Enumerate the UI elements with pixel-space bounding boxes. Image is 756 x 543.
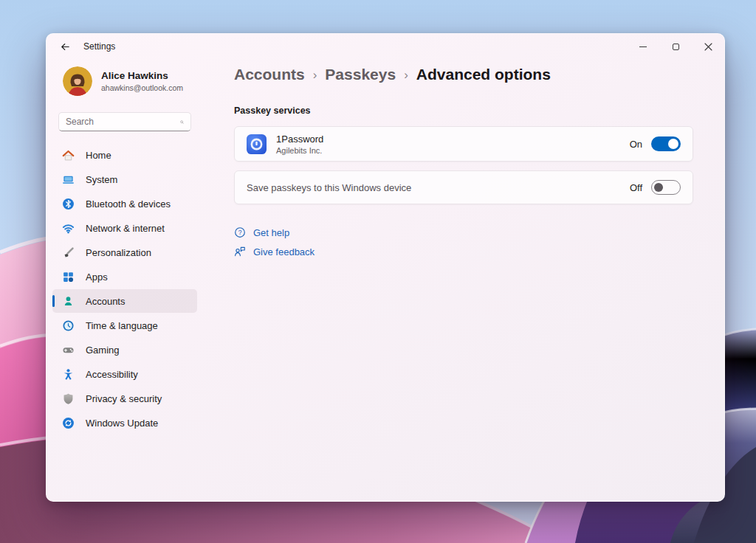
provider-toggle[interactable]	[651, 136, 681, 151]
toggle-knob	[654, 183, 663, 192]
save-passkeys-label: Save passkeys to this Windows device	[247, 182, 411, 193]
sidebar-item-time-language[interactable]: Time & language	[52, 314, 197, 337]
sidebar-item-windows-update[interactable]: Windows Update	[52, 411, 197, 435]
provider-publisher: Agilebits Inc.	[276, 146, 323, 155]
active-indicator	[52, 295, 55, 307]
sidebar-item-label: Accounts	[86, 296, 125, 307]
back-button[interactable]	[54, 38, 76, 55]
bluetooth-icon	[62, 198, 75, 210]
give-feedback-link[interactable]: Give feedback	[234, 242, 693, 261]
give-feedback-label: Give feedback	[253, 246, 315, 257]
sidebar-item-label: Windows Update	[86, 418, 158, 429]
gaming-icon	[62, 344, 75, 356]
search-input[interactable]	[66, 117, 180, 127]
feedback-icon	[234, 246, 246, 257]
help-links: ? Get help Give feedback	[234, 223, 693, 261]
section-label: Passkey services	[234, 106, 693, 116]
home-icon	[62, 149, 75, 162]
search-icon[interactable]	[180, 117, 184, 127]
breadcrumb-passkeys[interactable]: Passkeys	[325, 66, 396, 83]
passkey-provider-row: 1Password Agilebits Inc. On	[234, 126, 693, 162]
main-content: Accounts › Passkeys › Advanced options P…	[234, 34, 693, 261]
search-box	[58, 112, 191, 131]
desktop: Settings	[0, 0, 756, 543]
apps-icon	[62, 271, 75, 283]
save-passkeys-toggle[interactable]	[651, 180, 681, 195]
sidebar-item-label: Gaming	[86, 345, 120, 356]
save-passkeys-row: Save passkeys to this Windows device Off	[234, 170, 693, 204]
settings-window: Settings	[46, 33, 725, 502]
sidebar-item-gaming[interactable]: Gaming	[52, 338, 197, 362]
sidebar-item-label: Time & language	[86, 320, 158, 331]
time-language-icon	[62, 319, 75, 332]
sidebar-item-home[interactable]: Home	[52, 143, 197, 167]
sidebar-item-personalization[interactable]: Personalization	[52, 241, 197, 264]
get-help-link[interactable]: ? Get help	[234, 223, 693, 242]
get-help-label: Get help	[253, 227, 289, 238]
sidebar-item-accessibility[interactable]: Accessibility	[52, 362, 197, 386]
sidebar-item-label: Personalization	[86, 247, 151, 258]
window-title: Settings	[83, 41, 115, 52]
breadcrumb: Accounts › Passkeys › Advanced options	[234, 66, 693, 83]
privacy-icon	[62, 392, 75, 405]
sidebar-item-label: Network & internet	[86, 223, 165, 234]
sidebar-item-label: Apps	[86, 272, 108, 283]
sidebar-item-label: Privacy & security	[86, 393, 162, 404]
avatar	[63, 66, 92, 96]
profile-text: Alice Hawkins ahawkins@outlook.com	[101, 70, 183, 92]
svg-text:?: ?	[238, 229, 242, 236]
sidebar-item-system[interactable]: System	[52, 167, 197, 191]
accessibility-icon	[62, 368, 75, 381]
accounts-icon	[62, 295, 75, 308]
chevron-right-icon: ›	[313, 66, 317, 83]
user-profile[interactable]: Alice Hawkins ahawkins@outlook.com	[63, 66, 183, 96]
system-icon	[62, 173, 75, 186]
1password-app-icon	[247, 134, 267, 154]
sidebar-item-accounts[interactable]: Accounts	[52, 289, 197, 313]
provider-name: 1Password	[276, 134, 323, 145]
breadcrumb-accounts[interactable]: Accounts	[234, 66, 305, 83]
sidebar-item-bluetooth-devices[interactable]: Bluetooth & devices	[52, 192, 197, 215]
chevron-right-icon: ›	[404, 66, 408, 83]
provider-text: 1Password Agilebits Inc.	[276, 134, 323, 155]
sidebar-item-network-internet[interactable]: Network & internet	[52, 216, 197, 240]
sidebar-item-label: Bluetooth & devices	[86, 198, 171, 210]
profile-email: ahawkins@outlook.com	[101, 83, 183, 92]
page-title: Advanced options	[416, 66, 551, 83]
provider-toggle-state-label: On	[630, 139, 642, 150]
sidebar-item-apps[interactable]: Apps	[52, 265, 197, 288]
sidebar-item-label: Home	[86, 150, 111, 161]
sidebar-item-privacy-security[interactable]: Privacy & security	[52, 387, 197, 410]
close-icon	[704, 43, 712, 51]
profile-name: Alice Hawkins	[101, 70, 183, 81]
sidebar-item-label: System	[86, 174, 117, 185]
back-arrow-icon	[60, 41, 71, 52]
save-toggle-state-label: Off	[630, 182, 642, 193]
toggle-knob	[668, 139, 678, 149]
windows-update-icon	[62, 417, 75, 429]
sidebar-item-label: Accessibility	[86, 369, 138, 380]
sidebar-nav: Home System	[52, 143, 197, 435]
close-button[interactable]	[692, 34, 724, 59]
help-icon: ?	[234, 226, 246, 238]
personalization-icon	[62, 246, 75, 259]
network-icon	[62, 222, 75, 235]
